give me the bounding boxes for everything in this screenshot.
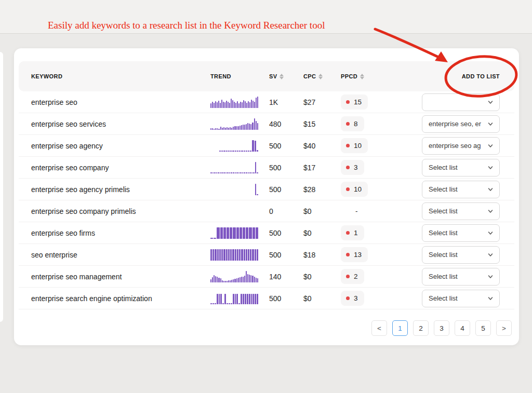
table-header-cpc[interactable]: CPC [303,73,341,79]
trend-sparkline [210,162,258,173]
trend-bar [235,151,236,152]
trend-bar [238,172,240,173]
page-button-2[interactable]: 2 [413,320,429,336]
trend-bar [220,103,221,108]
header-label: TREND [210,73,231,79]
trend-bar [248,101,249,107]
trend-bar [242,172,244,173]
add-to-list-select[interactable]: Select list [422,224,500,242]
add-to-list-select[interactable]: Select list [422,246,500,264]
ppcd-dot-icon [346,122,350,126]
trend-bar [240,277,241,282]
trend-bar [233,294,234,304]
add-to-list-select[interactable]: enterprise seo ag [422,137,500,155]
trend-bar [220,278,221,282]
chevron-down-icon [488,296,493,301]
trend-bar [242,102,243,107]
trend-bar [245,101,246,107]
add-to-list-select[interactable]: Select list [422,202,500,220]
ppcd-cell: - [341,204,396,219]
trend-bar [254,118,255,130]
select-value: enterprise seo, er [429,120,481,128]
trend-bar [251,172,253,173]
cpc-cell: $0 [303,229,341,237]
sort-icon[interactable] [280,74,284,79]
trend-bar [212,249,214,261]
add-to-list-select[interactable]: enterprise seo, er [422,115,500,133]
trend-bar [248,172,249,173]
trend-bar [236,278,237,282]
table-header-trend[interactable]: TREND [210,73,269,79]
chevron-down-icon [488,100,493,105]
trend-bar [244,276,245,282]
trend-bar [235,172,236,173]
table-header-ppcd[interactable]: PPCD [341,73,396,79]
add-to-list-select[interactable]: Select list [422,159,500,177]
trend-bar [232,100,233,108]
trend-bar [237,101,238,108]
trend-cell [210,293,269,304]
trend-bar [251,294,252,304]
trend-sparkline [210,271,258,282]
trend-bar [246,124,247,130]
ppcd-badge: 13 [341,247,368,262]
trend-bar [232,249,234,261]
trend-bar [247,294,248,304]
sort-icon[interactable] [318,74,323,79]
trend-bar [243,100,244,108]
prev-page-button[interactable]: < [371,320,387,336]
trend-bar [220,227,223,239]
trend-sparkline [210,140,258,152]
trend-bar [231,99,232,107]
cpc-cell: $0 [303,273,341,281]
trend-bar [227,227,229,239]
trend-bar [231,172,232,173]
page-button-5[interactable]: 5 [475,320,491,336]
page-button-4[interactable]: 4 [455,320,470,336]
trend-bar [249,102,250,108]
table-header-sv[interactable]: SV [269,73,303,79]
trend-bar [225,128,226,129]
keyword-cell: enterprise seo company primelis [31,207,210,215]
page-button-3[interactable]: 3 [434,320,449,336]
list-cell: enterprise seo ag [422,137,500,155]
add-to-list-select[interactable] [422,93,500,111]
trend-bar [223,102,224,107]
trend-bar [223,172,225,173]
ppcd-badge: 3 [341,160,364,175]
table-header-keyword[interactable]: KEYWORD [31,73,210,79]
trend-bar [234,279,235,282]
trend-cell [210,206,269,217]
add-to-list-select[interactable]: Select list [422,290,500,307]
chevron-down-icon [488,274,493,279]
trend-bar [229,103,230,108]
chevron-down-icon [488,143,493,148]
trend-bar [230,227,232,239]
trend-bar [236,172,238,173]
trend-bar [217,277,218,282]
trend-bar [257,172,258,173]
select-value: Select list [429,185,458,193]
trend-bar [238,303,240,304]
trend-bar [246,271,247,282]
next-page-button[interactable]: > [496,320,512,336]
trend-bar [240,102,241,107]
trend-bar [217,249,219,261]
trend-bar [241,294,242,304]
trend-bar [252,227,255,239]
trend-sparkline [210,249,258,261]
page-button-1[interactable]: 1 [392,320,408,336]
ppcd-dot-icon [346,275,350,278]
ppcd-dot-icon [346,100,350,104]
trend-bar [247,123,248,130]
trend-bar [223,249,225,261]
trend-bar [238,278,239,282]
trend-bar [248,249,249,261]
add-to-list-select[interactable]: Select list [422,268,500,286]
trend-bar [257,294,258,304]
trend-cell [210,97,269,108]
cpc-cell: $18 [303,251,341,259]
add-to-list-select[interactable]: Select list [422,181,500,198]
trend-bar [222,128,223,129]
sort-icon[interactable] [360,74,364,79]
